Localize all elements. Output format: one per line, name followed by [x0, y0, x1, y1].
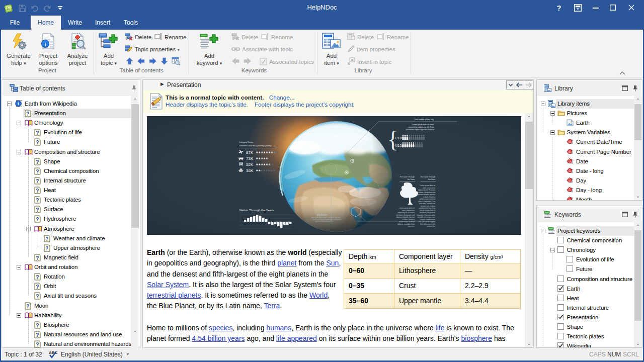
svg-text:★★: ★★ [269, 162, 274, 166]
svg-text:52K: 52K [246, 162, 254, 167]
svg-text:dignissim blandit, egestas: dignissim blandit, egestas [417, 194, 436, 196]
svg-text:amet, consectetur: amet, consectetur [402, 210, 415, 212]
svg-text:★★★★★★: ★★★★★★ [260, 168, 276, 172]
svg-text:congue condimentum: congue condimentum [420, 219, 436, 221]
svg-text:dignissim blandit, egestas: dignissim blandit, egestas [396, 216, 415, 218]
svg-text:elit. Praesent elit lorem, ele: elit. Praesent elit lorem, elementum sed… [313, 219, 342, 221]
svg-text:★★: ★★ [273, 150, 279, 154]
svg-text:i: i [44, 41, 46, 47]
svg-text:dolor ac imperdiet. Cras: dolor ac imperdiet. Cras [418, 201, 435, 203]
svg-text:pretium leo.: pretium leo. [427, 225, 435, 227]
svg-text:urna orci.: urna orci. [408, 225, 415, 227]
svg-text:Lorem ipsum dolor sit amet,: Lorem ipsum dolor sit amet, [412, 124, 434, 126]
svg-text:73K: 73K [246, 156, 254, 161]
svg-text:Travellers Visit No (Quantity/: Travellers Visit No (Quantity/Quality) [239, 144, 272, 147]
svg-text:the Years: the Years [428, 178, 435, 180]
svg-text:semper non, congue: semper non, congue [421, 205, 435, 207]
svg-text:87K: 87K [246, 150, 254, 155]
svg-text:auctor sagittis felis, id: auctor sagittis felis, id [420, 210, 436, 212]
svg-text:ut diam. Vivamus: ut diam. Vivamus [423, 196, 436, 198]
svg-text:urna odio, convallis vel: urna odio, convallis vel [419, 203, 436, 205]
svg-text:elit lorem, elementum sed: elit lorem, elementum sed [396, 214, 415, 216]
svg-text:adipiscing elit. Praesent: adipiscing elit. Praesent [418, 189, 435, 191]
svg-text:adipiscing elit. Praesent: adipiscing elit. Praesent [397, 212, 415, 214]
svg-text:The Name of the city: The Name of the city [414, 118, 434, 121]
svg-text:elit lorem, elementum sed: elit lorem, elementum sed [417, 192, 436, 194]
svg-text:pellentesque euismod: pellentesque euismod [420, 198, 435, 200]
svg-text:Lorem ipsum dolor sit: Lorem ipsum dolor sit [420, 185, 436, 187]
svg-text:amet, consectetur: amet, consectetur [423, 187, 436, 189]
svg-text:felis, id hendrerit velit: felis, id hendrerit velit [420, 223, 435, 225]
svg-text:dolor ac imperdiet. Cras: dolor ac imperdiet. Cras [397, 223, 415, 225]
svg-text:ABC: ABC [49, 350, 58, 355]
svg-text:?: ? [557, 4, 561, 12]
svg-text:pellentesque euismod: pellentesque euismod [399, 221, 415, 223]
svg-text:accumsan sapien eget orci rhon: accumsan sapien eget orci rhoncus [406, 129, 434, 131]
svg-text:hendrerit velit pretium: hendrerit velit pretium [420, 212, 435, 214]
svg-text:Lorem ipsum dolor sit: Lorem ipsum dolor sit [399, 207, 415, 209]
svg-text:35K: 35K [246, 168, 254, 173]
svg-text:blandit, egestas ut diam metus: blandit, egestas ut diam metus. [315, 220, 333, 222]
svg-text:Category Name:: Category Name: [239, 141, 254, 143]
svg-text:the Years: the Years [408, 178, 415, 180]
svg-text:consectetur adipiscing elit. N: consectetur adipiscing elit. Nunc [408, 126, 434, 128]
svg-text:imperdiet. Cras urna odio,: imperdiet. Cras urna odio, [417, 214, 435, 216]
svg-text:7/10: 7/10 [394, 136, 402, 140]
svg-text:Nation Through the Years: Nation Through the Years [239, 209, 274, 212]
svg-text:convallis vel semper non,: convallis vel semper non, [417, 216, 435, 218]
svg-text:4/10: 4/10 [394, 143, 402, 148]
svg-text:condimentum leo. Cras: condimentum leo. Cras [419, 207, 435, 209]
svg-text:Lorem ipsum dolor sit amet, co: Lorem ipsum dolor sit amet, consectetur … [311, 217, 341, 219]
svg-text:The nation Through: The nation Through [420, 176, 435, 178]
svg-text:arsoftware: arsoftware [317, 214, 328, 216]
svg-text:est. Cras auctor sagittis: est. Cras auctor sagittis [419, 221, 436, 223]
svg-text:The nation Through: The nation Through [399, 176, 415, 178]
svg-text:ut diam. Vivamus: ut diam. Vivamus [403, 219, 415, 221]
